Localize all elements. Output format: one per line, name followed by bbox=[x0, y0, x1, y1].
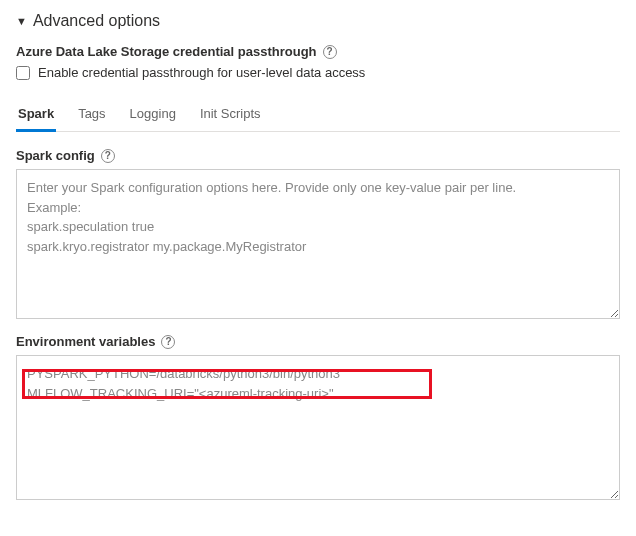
tabs: Spark Tags Logging Init Scripts bbox=[16, 98, 620, 132]
help-icon[interactable]: ? bbox=[101, 149, 115, 163]
passthrough-checkbox-row[interactable]: Enable credential passthrough for user-l… bbox=[16, 65, 620, 80]
env-vars-input[interactable] bbox=[16, 355, 620, 500]
passthrough-heading: Azure Data Lake Storage credential passt… bbox=[16, 44, 620, 59]
tab-init-scripts[interactable]: Init Scripts bbox=[198, 98, 263, 132]
passthrough-heading-text: Azure Data Lake Storage credential passt… bbox=[16, 44, 317, 59]
env-vars-wrapper bbox=[16, 355, 620, 503]
caret-down-icon: ▼ bbox=[16, 15, 27, 27]
env-vars-label: Environment variables ? bbox=[16, 334, 620, 349]
tab-logging[interactable]: Logging bbox=[128, 98, 178, 132]
env-vars-label-text: Environment variables bbox=[16, 334, 155, 349]
advanced-options-header[interactable]: ▼ Advanced options bbox=[16, 12, 620, 30]
spark-config-label-text: Spark config bbox=[16, 148, 95, 163]
passthrough-checkbox[interactable] bbox=[16, 66, 30, 80]
spark-config-label: Spark config ? bbox=[16, 148, 620, 163]
spark-config-input[interactable] bbox=[16, 169, 620, 319]
tab-tags[interactable]: Tags bbox=[76, 98, 107, 132]
section-title: Advanced options bbox=[33, 12, 160, 30]
tab-spark[interactable]: Spark bbox=[16, 98, 56, 132]
passthrough-checkbox-label: Enable credential passthrough for user-l… bbox=[38, 65, 365, 80]
help-icon[interactable]: ? bbox=[323, 45, 337, 59]
help-icon[interactable]: ? bbox=[161, 335, 175, 349]
